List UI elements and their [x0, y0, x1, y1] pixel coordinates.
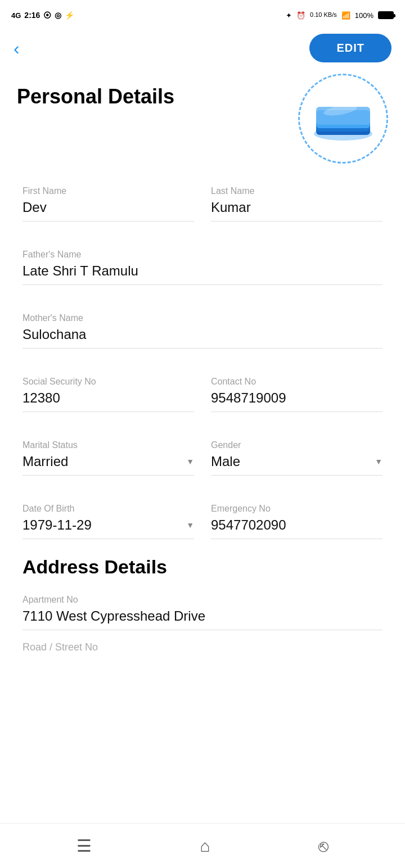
- emergency-value: 9547702090: [211, 517, 382, 533]
- page-title: Personal Details: [17, 74, 174, 108]
- gender-value: Male ▼: [211, 454, 382, 469]
- last-name-label: Last Name: [211, 186, 382, 196]
- contact-field: Contact No 9548719009: [211, 365, 382, 412]
- last-name-field: Last Name Kumar: [211, 175, 382, 221]
- status-right: ✦ ⏰ 0.10 KB/s 📶 100%: [286, 11, 394, 20]
- dob-emergency-row: Date Of Birth 1979-11-29 ▼ Emergency No …: [22, 492, 382, 539]
- security-contact-row: Social Security No 12380 Contact No 9548…: [22, 365, 382, 412]
- dob-dropdown-icon: ▼: [186, 521, 194, 530]
- partial-road-label: Road / Street No: [0, 630, 405, 653]
- first-name-label: First Name: [22, 186, 194, 196]
- top-nav: ‹ EDIT: [0, 28, 405, 74]
- do-not-disturb-icon: ⦿: [43, 11, 51, 20]
- dob-value: 1979-11-29 ▼: [22, 517, 194, 533]
- bluetooth-icon: ✦: [286, 11, 292, 20]
- contact-value: 9548719009: [211, 390, 382, 406]
- home-nav-icon[interactable]: ⌂: [200, 837, 210, 856]
- battery-icon: [378, 11, 394, 19]
- fathers-name-label: Father's Name: [22, 250, 382, 260]
- last-name-value: Kumar: [211, 200, 382, 215]
- edit-button[interactable]: EDIT: [309, 34, 392, 62]
- address-fields: Apartment No 7110 West Cypresshead Drive: [0, 584, 405, 630]
- time-display: 2:16: [24, 11, 40, 20]
- marital-gender-row: Marital Status Married ▼ Gender Male ▼: [22, 429, 382, 476]
- marital-status-label: Marital Status: [22, 440, 194, 450]
- dob-field[interactable]: Date Of Birth 1979-11-29 ▼: [22, 492, 194, 539]
- fathers-name-field: Father's Name Late Shri T Ramulu: [22, 238, 382, 285]
- form-content: First Name Dev Last Name Kumar Father's …: [0, 175, 405, 539]
- first-name-field: First Name Dev: [22, 175, 194, 221]
- mothers-name-label: Mother's Name: [22, 313, 382, 323]
- speed-indicator: 0.10 KB/s: [310, 11, 337, 19]
- gender-field[interactable]: Gender Male ▼: [211, 429, 382, 476]
- mothers-name-value: Sulochana: [22, 327, 382, 342]
- battery-percent: 100%: [355, 11, 374, 20]
- back-nav-icon[interactable]: ⎋: [318, 837, 328, 856]
- menu-nav-icon[interactable]: ☰: [76, 836, 92, 856]
- back-button[interactable]: ‹: [14, 39, 20, 57]
- gender-dropdown-icon: ▼: [375, 457, 382, 466]
- apartment-value: 7110 West Cypresshead Drive: [22, 608, 382, 624]
- gender-label: Gender: [211, 440, 382, 450]
- emergency-field: Emergency No 9547702090: [211, 492, 382, 539]
- contact-label: Contact No: [211, 377, 382, 387]
- apartment-label: Apartment No: [22, 595, 382, 605]
- mothers-name-field: Mother's Name Sulochana: [22, 302, 382, 349]
- fathers-name-value: Late Shri T Ramulu: [22, 263, 382, 279]
- marital-status-value: Married ▼: [22, 454, 194, 469]
- social-security-label: Social Security No: [22, 377, 194, 387]
- emergency-label: Emergency No: [211, 504, 382, 514]
- first-name-value: Dev: [22, 200, 194, 215]
- network-indicator: 4G: [11, 11, 21, 20]
- wifi-icon: 📶: [341, 11, 350, 20]
- usb-icon: ⚡: [65, 11, 74, 20]
- name-row: First Name Dev Last Name Kumar: [22, 175, 382, 221]
- avatar-circle: [298, 74, 388, 164]
- alarm-icon: ⏰: [296, 11, 305, 20]
- status-left: 4G 2:16 ⦿ ◎ ⚡: [11, 11, 74, 20]
- bottom-nav: ☰ ⌂ ⎋: [0, 823, 405, 868]
- address-section-title: Address Details: [0, 539, 405, 584]
- social-security-field: Social Security No 12380: [22, 365, 194, 412]
- apartment-field: Apartment No 7110 West Cypresshead Drive: [22, 584, 382, 630]
- marital-status-field[interactable]: Marital Status Married ▼: [22, 429, 194, 476]
- marital-status-dropdown-icon: ▼: [186, 457, 194, 466]
- address-section: Address Details Apartment No 7110 West C…: [0, 539, 405, 653]
- social-security-value: 12380: [22, 390, 194, 406]
- header-section: Personal Details: [0, 74, 405, 175]
- status-bar: 4G 2:16 ⦿ ◎ ⚡ ✦ ⏰ 0.10 KB/s 📶 100%: [0, 0, 405, 28]
- avatar-icon: [309, 93, 377, 144]
- dob-label: Date Of Birth: [22, 504, 194, 514]
- compass-icon: ◎: [55, 11, 61, 20]
